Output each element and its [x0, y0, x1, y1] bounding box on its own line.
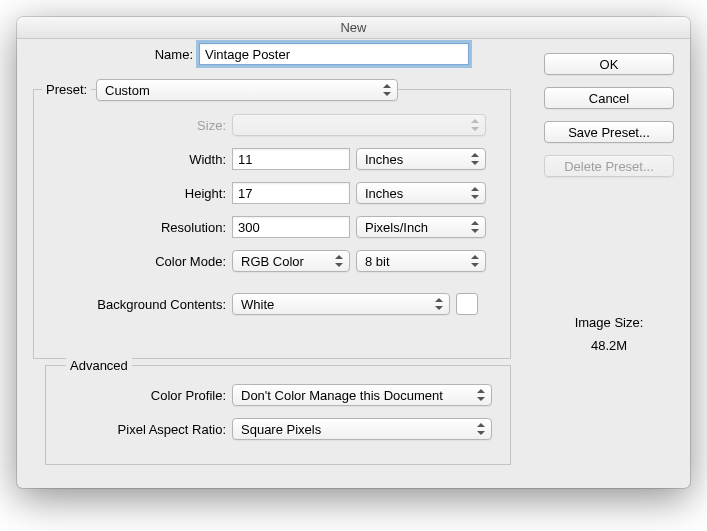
resolution-label: Resolution: [52, 220, 226, 235]
content: Name: OK Cancel Save Preset... Delete Pr… [17, 39, 690, 488]
chevron-updown-icon [335, 255, 343, 267]
color-profile-label: Color Profile: [52, 388, 226, 403]
chevron-updown-icon [435, 298, 443, 310]
color-mode-popup[interactable]: RGB Color [232, 250, 350, 272]
resolution-field[interactable] [232, 216, 350, 238]
advanced-label: Advanced [70, 358, 128, 373]
titlebar[interactable]: New [17, 17, 690, 39]
chevron-updown-icon [471, 153, 479, 165]
pixel-aspect-popup[interactable]: Square Pixels [232, 418, 492, 440]
width-field[interactable] [232, 148, 350, 170]
cancel-button[interactable]: Cancel [544, 87, 674, 109]
preset-label: Preset: [46, 82, 87, 97]
chevron-updown-icon [471, 119, 479, 131]
image-size-info: Image Size: 48.2M [544, 315, 674, 353]
chevron-updown-icon [471, 187, 479, 199]
chevron-updown-icon [471, 255, 479, 267]
save-preset-button[interactable]: Save Preset... [544, 121, 674, 143]
delete-preset-button: Delete Preset... [544, 155, 674, 177]
pixel-aspect-label: Pixel Aspect Ratio: [52, 422, 226, 437]
bg-color-swatch[interactable] [456, 293, 478, 315]
button-column: OK Cancel Save Preset... Delete Preset..… [544, 53, 674, 177]
chevron-updown-icon [477, 389, 485, 401]
color-mode-label: Color Mode: [52, 254, 226, 269]
bit-depth-popup[interactable]: 8 bit [356, 250, 486, 272]
new-document-dialog: New Name: OK Cancel Save Preset... Delet… [17, 17, 690, 488]
bg-contents-label: Background Contents: [52, 297, 226, 312]
size-label: Size: [52, 118, 226, 133]
preset-popup[interactable]: Custom [96, 79, 398, 101]
window-title: New [340, 20, 366, 35]
width-unit-popup[interactable]: Inches [356, 148, 486, 170]
image-size-label: Image Size: [544, 315, 674, 330]
advanced-group: Advanced Color Profile: Don't Color Mana… [45, 365, 511, 465]
chevron-updown-icon [383, 84, 391, 96]
ok-button[interactable]: OK [544, 53, 674, 75]
chevron-updown-icon [471, 221, 479, 233]
bg-contents-popup[interactable]: White [232, 293, 450, 315]
name-field[interactable] [199, 43, 469, 65]
resolution-unit-popup[interactable]: Pixels/Inch [356, 216, 486, 238]
height-unit-popup[interactable]: Inches [356, 182, 486, 204]
size-popup [232, 114, 486, 136]
height-label: Height: [52, 186, 226, 201]
chevron-updown-icon [477, 423, 485, 435]
width-label: Width: [52, 152, 226, 167]
name-label: Name: [139, 47, 193, 62]
height-field[interactable] [232, 182, 350, 204]
image-size-value: 48.2M [544, 338, 674, 353]
preset-group: Preset: Custom Size: Width: Inches [33, 89, 511, 359]
color-profile-popup[interactable]: Don't Color Manage this Document [232, 384, 492, 406]
